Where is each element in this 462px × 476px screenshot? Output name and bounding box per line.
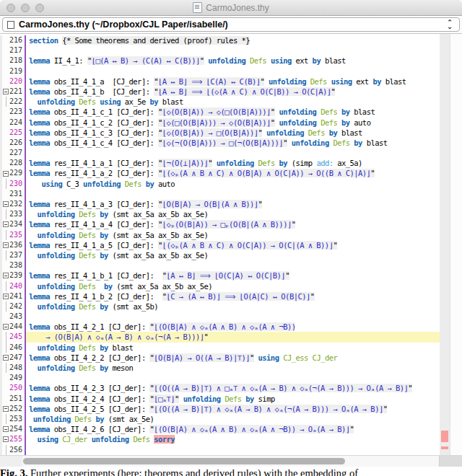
code-text[interactable]: unfolding Defs by (smt ax_5a ax_5b ax_5e… (26, 230, 462, 240)
code-text[interactable] (26, 66, 462, 76)
code-text[interactable]: unfolding Defs using ax_5e by blast (26, 97, 462, 107)
line-number: 254 (9, 424, 22, 434)
fold-collapse-icon[interactable] (2, 404, 9, 414)
code-text[interactable]: lemma obs_II_4_2_1 [CJ_der]: "⌊(O(B|A) ∧… (26, 322, 462, 332)
code-text[interactable]: lemma res_II_4_1_a_5 [CJ_der]: "⌊(◇ₚ(A ∧… (26, 240, 462, 250)
line-number: 228 (9, 158, 22, 168)
code-text[interactable]: section {* Some theorems and derived (pr… (26, 35, 462, 45)
code-text[interactable] (26, 373, 462, 383)
fold-collapse-icon[interactable] (2, 87, 9, 97)
fold-collapse-icon[interactable] (2, 219, 9, 229)
code-text[interactable]: lemma obs_II_4_1_c_1 [CJ_der]: "⌊◇(O(B|A… (26, 107, 462, 117)
code-text[interactable]: lemma res_II_4_1_a_1 [CJ_der]: "⌊¬(O(⊥|A… (26, 158, 462, 168)
code-text[interactable]: lemma obs_II_4_2_5 [CJ_der]: "⌊(O((A → B… (26, 404, 462, 414)
code-text[interactable]: lemma obs_II_4_2_3 [CJ_der]: "⌊(O((A → B… (26, 383, 462, 393)
code-text[interactable]: unfolding Defs by (smt ax_5b) (26, 301, 462, 312)
code-text[interactable]: lemma obs_II_4_2_4 [CJ_der]: "⌊□ₐ⊤⌋" unf… (26, 394, 462, 404)
error-marker[interactable] (441, 431, 448, 442)
fold-collapse-icon[interactable] (2, 291, 9, 301)
horizontal-scrollbar-thumb[interactable] (23, 458, 345, 464)
minimize-button[interactable] (21, 4, 30, 12)
error-marker[interactable] (441, 446, 448, 449)
line-number: 240 (9, 281, 22, 291)
buffer-stepper[interactable]: ⌃ ⌄ (445, 20, 455, 29)
code-line: 251lemma obs_II_4_2_4 [CJ_der]: "⌊□ₐ⊤⌋" … (0, 394, 462, 404)
gutter: 225 (0, 128, 26, 138)
code-line: 230 using C_3 unfolding Defs by auto (0, 179, 462, 189)
editor-pane[interactable]: 216section {* Some theorems and derived … (0, 34, 462, 455)
code-text[interactable]: unfolding Defs by meson (26, 363, 462, 373)
code-text[interactable] (26, 445, 462, 455)
code-line: 222 unfolding Defs using ax_5e by blast (0, 97, 462, 107)
fold-area (2, 35, 9, 45)
code-text[interactable]: using C_3 unfolding Defs by auto (26, 179, 462, 189)
code-text[interactable] (26, 148, 462, 158)
code-text[interactable]: lemma res_II_4_1_b_1 [CJ_der]: "⌊A ↔ B⌋ … (26, 270, 462, 281)
fold-guide-line (2, 445, 9, 455)
code-text[interactable]: unfolding Defs by (smt ax_5a ax_5b ax_5e… (26, 209, 462, 219)
code-line: 221lemma obs_II_4_1_b [CJ_der]: "⌊A ↔ B⌋… (0, 87, 462, 97)
code-line: 223lemma obs_II_4_1_c_1 [CJ_der]: "⌊◇(O(… (0, 107, 462, 117)
line-number: 230 (9, 179, 22, 189)
fold-guide-line (2, 363, 9, 373)
code-line: 234lemma res_II_4_1_a_4 [CJ_der]: "⌊◇ₚ(O… (0, 219, 462, 229)
code-text[interactable]: lemma obs_II_4_1_a [CJ_der]: "⌊A ↔ B⌋ ⟹ … (26, 76, 462, 87)
code-text[interactable]: unfolding Defs by (smt ax_5a ax_5b ax_5e… (26, 281, 462, 291)
code-line: 237 unfolding Defs by (smt ax_5a ax_5b a… (0, 250, 462, 260)
gutter: 220 (0, 76, 26, 87)
code-text[interactable] (26, 189, 462, 199)
code-text[interactable]: lemma obs_II_4_1_b [CJ_der]: "⌊A ↔ B⌋ ⟹ … (26, 87, 462, 97)
code-text[interactable]: lemma res_II_4_1_a_3 [CJ_der]: "⌊O(B|A) … (26, 199, 462, 209)
fold-collapse-icon[interactable] (2, 434, 9, 444)
code-text[interactable] (26, 45, 462, 56)
code-line: 243 (0, 312, 462, 322)
fold-collapse-icon[interactable] (2, 270, 9, 281)
code-text[interactable]: lemma obs_II_4_1_c_4 [CJ_der]: "⌊◇(¬(O(B… (26, 138, 462, 148)
fold-collapse-icon[interactable] (2, 240, 9, 250)
fold-area (2, 189, 9, 199)
code-text[interactable]: lemma obs_II_4_2_6 [CJ_der]: "⌊(O(B|A) ∧… (26, 424, 462, 434)
code-text[interactable] (26, 312, 462, 322)
code-line: 244lemma obs_II_4_2_1 [CJ_der]: "⌊(O(B|A… (0, 322, 462, 332)
code-text[interactable]: using CJ_der unfolding Defs sorry (26, 434, 462, 444)
title-bar[interactable]: CarmoJones.thy (0, 0, 462, 16)
code-text[interactable]: lemma res_II_4_1_a_2 [CJ_der]: "⌊(◇ₚ(A ∧… (26, 168, 462, 178)
code-line: 226lemma obs_II_4_1_c_4 [CJ_der]: "⌊◇(¬(… (0, 138, 462, 148)
code-text[interactable]: → (O(B|A) ∧ ◇ₐ(A → B) ∧ ◇ₐ(¬(A → B)))⌋" (26, 332, 462, 342)
code-line: 217 (0, 45, 462, 56)
buffer-switcher[interactable]: CarmoJones.thy (~/Dropbox/CJL Paper/isab… (2, 17, 460, 32)
overview-bar[interactable] (440, 34, 450, 455)
code-line: 247lemma obs_II_4_2_2 [CJ_der]: "⌊O(B|A)… (0, 353, 462, 363)
code-text[interactable]: lemma res_II_4_1_b_2 [CJ_der]: "⌊C → (A … (26, 291, 462, 301)
gutter: 241 (0, 291, 26, 301)
code-text[interactable]: lemma obs_II_4_2_2 [CJ_der]: "⌊O(B|A) → … (26, 353, 462, 363)
close-button[interactable] (6, 4, 15, 12)
fold-guide-line (2, 414, 9, 424)
vertical-scrollbar[interactable] (450, 34, 462, 455)
fold-area (2, 383, 9, 393)
fold-collapse-icon[interactable] (2, 424, 9, 434)
code-line: 248 unfolding Defs by meson (0, 363, 462, 373)
fold-collapse-icon[interactable] (2, 199, 9, 209)
fold-collapse-icon[interactable] (2, 168, 9, 178)
fold-collapse-icon[interactable] (2, 353, 9, 363)
code-text[interactable]: unfolding Defs by blast (26, 343, 462, 353)
code-text[interactable]: lemma obs_II_4_1_c_3 [CJ_der]: "⌊◇(O(B|A… (26, 128, 462, 138)
line-number: 244 (9, 322, 22, 332)
zoom-button[interactable] (35, 4, 44, 12)
fold-collapse-icon[interactable] (2, 322, 9, 332)
fold-guide-line (2, 281, 9, 291)
horizontal-scrollbar[interactable] (0, 455, 462, 467)
line-number: 247 (9, 353, 22, 363)
code-text[interactable]: lemma II_4_1: "⌊□(A ↔ B) → (C(A) ↔ C(B))… (26, 56, 462, 66)
line-number: 219 (9, 66, 22, 76)
code-text[interactable] (26, 260, 462, 270)
gutter: 256 (0, 445, 26, 455)
code-text[interactable]: lemma res_II_4_1_a_4 [CJ_der]: "⌊◇ₚ(O(B|… (26, 219, 462, 229)
code-text[interactable]: unfolding Defs by (smt ax_5a ax_5b ax_5e… (26, 250, 462, 260)
document-icon (193, 2, 202, 13)
code-text[interactable]: lemma obs_II_4_1_c_2 [CJ_der]: "⌊◇(□(O(B… (26, 118, 462, 128)
code-text[interactable]: unfolding Defs by (smt ax_5e) (26, 414, 462, 424)
line-number: 233 (9, 209, 22, 219)
line-number: 218 (9, 56, 22, 66)
